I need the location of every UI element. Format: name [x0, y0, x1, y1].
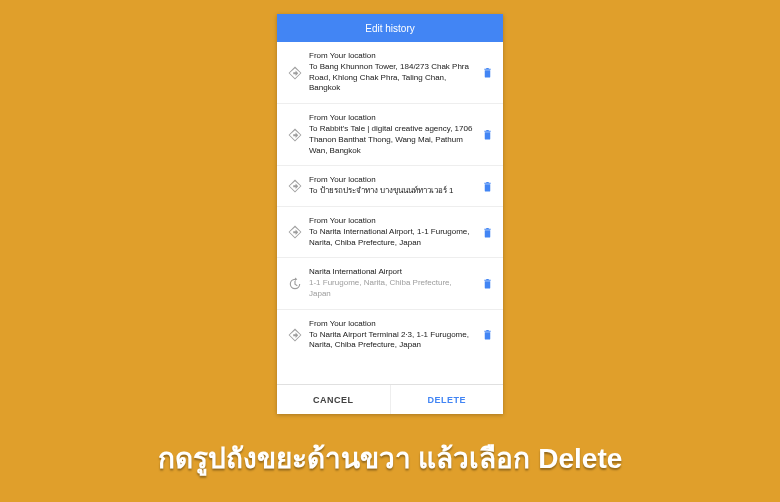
delete-item-button[interactable] — [477, 226, 497, 239]
list-item[interactable]: From Your location To Narita Airport Ter… — [277, 310, 503, 360]
directions-icon — [283, 128, 307, 142]
list-item[interactable]: From Your location To Bang Khunnon Tower… — [277, 42, 503, 104]
from-label: From Your location — [309, 319, 473, 330]
from-label: From Your location — [309, 175, 473, 186]
directions-icon — [283, 66, 307, 80]
from-label: From Your location — [309, 113, 473, 124]
place-title: Narita International Airport — [309, 267, 473, 278]
trash-icon — [482, 66, 493, 79]
item-text: Narita International Airport 1-1 Furugom… — [307, 267, 477, 299]
directions-icon — [283, 225, 307, 239]
instruction-caption: กดรูปถังขยะด้านขวา แล้วเลือก Delete — [0, 436, 780, 480]
trash-icon — [482, 328, 493, 341]
item-text: From Your location To Bang Khunnon Tower… — [307, 51, 477, 94]
list-item[interactable]: From Your location To ป้ายรถประจำทาง บาง… — [277, 166, 503, 207]
to-label: To Narita International Airport, 1-1 Fur… — [309, 227, 473, 249]
trash-icon — [482, 180, 493, 193]
history-icon — [283, 277, 307, 291]
trash-icon — [482, 277, 493, 290]
header-title: Edit history — [365, 23, 414, 34]
to-label: To Bang Khunnon Tower, 184/273 Chak Phra… — [309, 62, 473, 94]
delete-item-button[interactable] — [477, 328, 497, 341]
edit-history-panel: Edit history From Your location To Bang … — [277, 14, 503, 414]
from-label: From Your location — [309, 51, 473, 62]
history-list: From Your location To Bang Khunnon Tower… — [277, 42, 503, 384]
header-bar: Edit history — [277, 14, 503, 42]
delete-item-button[interactable] — [477, 277, 497, 290]
from-label: From Your location — [309, 216, 473, 227]
to-label: To Narita Airport Terminal 2·3, 1-1 Furu… — [309, 330, 473, 352]
trash-icon — [482, 226, 493, 239]
place-sub: 1-1 Furugome, Narita, Chiba Prefecture, … — [309, 278, 473, 300]
delete-item-button[interactable] — [477, 128, 497, 141]
item-text: From Your location To ป้ายรถประจำทาง บาง… — [307, 175, 477, 197]
footer-bar: CANCEL DELETE — [277, 384, 503, 414]
trash-icon — [482, 128, 493, 141]
to-label: To ป้ายรถประจำทาง บางขุนนนท์ทาวเวอร์ 1 — [309, 186, 473, 197]
directions-icon — [283, 328, 307, 342]
item-text: From Your location To Narita Airport Ter… — [307, 319, 477, 351]
list-item[interactable]: From Your location To Narita Internation… — [277, 207, 503, 258]
delete-item-button[interactable] — [477, 66, 497, 79]
item-text: From Your location To Rabbit's Tale | di… — [307, 113, 477, 156]
list-item[interactable]: From Your location To Rabbit's Tale | di… — [277, 104, 503, 166]
directions-icon — [283, 179, 307, 193]
cancel-button[interactable]: CANCEL — [277, 385, 391, 414]
to-label: To Rabbit's Tale | digital creative agen… — [309, 124, 473, 156]
delete-button[interactable]: DELETE — [391, 385, 504, 414]
delete-item-button[interactable] — [477, 180, 497, 193]
item-text: From Your location To Narita Internation… — [307, 216, 477, 248]
list-item[interactable]: Narita International Airport 1-1 Furugom… — [277, 258, 503, 309]
